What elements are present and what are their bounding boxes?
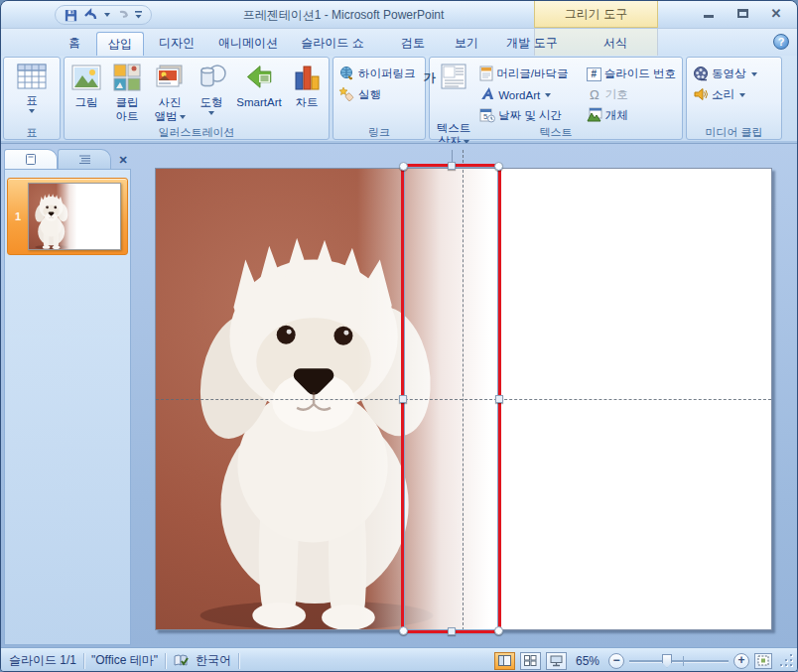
zoom-in-button[interactable]: +: [733, 653, 749, 669]
divider: [83, 653, 84, 669]
tab-review[interactable]: 검토: [388, 32, 438, 56]
slide-thumbnail[interactable]: [28, 183, 121, 250]
language-indicator[interactable]: 한국어: [196, 652, 231, 669]
slides-tab[interactable]: [4, 149, 58, 169]
resize-handle-topright[interactable]: [494, 162, 503, 171]
resize-grip[interactable]: [780, 654, 793, 667]
dropdown-arrow-icon: [545, 93, 551, 97]
dropdown-arrow-icon: [751, 72, 757, 76]
object-button[interactable]: 개체: [583, 105, 680, 126]
outline-tab-icon: [78, 154, 91, 165]
shapes-button[interactable]: 도형: [192, 60, 231, 125]
quick-access-toolbar: [55, 5, 152, 25]
fit-to-window-button[interactable]: [754, 653, 772, 669]
sound-icon: [693, 86, 709, 104]
zoom-level[interactable]: 65%: [576, 654, 599, 668]
wordart-icon: [479, 86, 495, 103]
resize-handle-bottomleft[interactable]: [399, 626, 408, 635]
photo-album-icon: [154, 63, 186, 94]
textbox-icon: [440, 63, 467, 92]
title-bar: 프레젠테이션1 - Microsoft PowerPoint 그리기 도구 ✕: [1, 1, 797, 29]
slide-sorter-view-button[interactable]: [520, 652, 541, 670]
group-illustrations: 그림 클립 아트 사진 앨범 도형: [64, 57, 330, 140]
hyperlink-icon: [339, 66, 355, 83]
photo-album-button[interactable]: 사진 앨범: [148, 60, 192, 125]
chart-button[interactable]: 차트: [287, 60, 327, 125]
maximize-button[interactable]: [732, 5, 753, 21]
divider: [165, 653, 166, 669]
wordart-button[interactable]: WordArt: [475, 84, 583, 105]
clipart-button[interactable]: 클립 아트: [106, 60, 148, 125]
spellcheck-icon[interactable]: [173, 653, 190, 668]
zoom-slider-thumb[interactable]: [662, 654, 672, 668]
dropdown-arrow-icon: [208, 111, 214, 115]
slides-tab-icon: [25, 153, 37, 166]
contextual-tool-header: 그리기 도구: [534, 1, 658, 28]
tab-slideshow[interactable]: 슬라이드 쇼: [291, 32, 374, 56]
smartart-icon: [242, 63, 276, 94]
resize-handle-topleft[interactable]: [399, 162, 408, 171]
tab-animations[interactable]: 애니메이션: [209, 32, 287, 56]
undo-icon[interactable]: [82, 8, 98, 22]
movie-icon: [693, 66, 709, 83]
slide-sorter-icon: [524, 655, 537, 666]
date-time-button[interactable]: 5 날짜 및 시간: [475, 105, 583, 126]
close-icon: ✕: [118, 154, 127, 166]
tab-design[interactable]: 디자인: [148, 32, 205, 56]
workspace: ✕ 1: [1, 143, 797, 647]
movie-button[interactable]: 동영상: [689, 64, 761, 84]
help-button[interactable]: ?: [773, 34, 789, 50]
tab-home[interactable]: 홈: [53, 32, 96, 56]
selected-textbox[interactable]: [401, 164, 501, 633]
close-icon: ✕: [771, 7, 782, 20]
resize-handle-top[interactable]: [448, 162, 456, 170]
selection-outline: [404, 167, 498, 630]
group-label-table: 표: [4, 125, 60, 138]
panel-close-button[interactable]: ✕: [115, 153, 131, 169]
header-footer-button[interactable]: 머리글/바닥글: [475, 64, 583, 84]
zoom-slider[interactable]: [629, 653, 729, 669]
minimize-button[interactable]: [698, 5, 720, 21]
sound-button[interactable]: 소리: [689, 84, 761, 105]
plus-icon: +: [737, 653, 744, 667]
picture-icon: [70, 63, 102, 94]
smartart-button[interactable]: SmartArt: [231, 60, 287, 125]
powerpoint-window: 프레젠테이션1 - Microsoft PowerPoint 그리기 도구 ✕ …: [0, 0, 798, 672]
textbox-button[interactable]: 가 텍스트 상자: [432, 60, 475, 125]
resize-handle-right[interactable]: [495, 395, 503, 403]
slide-indicator: 슬라이드 1/1: [5, 652, 76, 669]
resize-handle-bottomright[interactable]: [494, 626, 503, 635]
tab-view[interactable]: 보기: [442, 32, 491, 56]
minus-icon: −: [612, 653, 619, 667]
resize-handle-left[interactable]: [399, 395, 407, 403]
save-icon[interactable]: [64, 8, 78, 23]
hyperlink-button[interactable]: 하이퍼링크: [335, 64, 420, 84]
normal-view-icon: [498, 655, 511, 666]
tab-format[interactable]: 서식: [583, 32, 648, 56]
slides-panel-body: 1: [4, 169, 131, 645]
undo-dropdown-icon[interactable]: [104, 13, 110, 17]
divider: [238, 653, 239, 669]
tab-insert[interactable]: 삽입: [96, 32, 144, 56]
group-media: 동영상 소리 미디어 클립: [686, 57, 782, 140]
group-links: 하이퍼링크 실행 링크: [332, 57, 426, 140]
zoom-out-button[interactable]: −: [608, 653, 624, 669]
ribbon-tab-row: 홈 삽입 디자인 애니메이션 슬라이드 쇼 검토 보기 개발 도구 서식: [1, 29, 797, 56]
tab-developer[interactable]: 개발 도구: [495, 32, 569, 56]
group-label-illustrations: 일러스트레이션: [65, 125, 329, 138]
slideshow-view-button[interactable]: [546, 652, 567, 670]
slide-thumbnail-row[interactable]: 1: [7, 178, 128, 255]
table-button[interactable]: 표: [6, 60, 58, 125]
resize-handle-bottom[interactable]: [448, 627, 456, 635]
qat-customize-icon[interactable]: [134, 9, 143, 21]
group-label-links: 링크: [333, 125, 425, 138]
normal-view-button[interactable]: [494, 652, 515, 670]
close-button[interactable]: ✕: [765, 5, 787, 21]
header-footer-icon: [479, 66, 493, 83]
theme-name[interactable]: "Office 테마": [91, 652, 158, 669]
picture-button[interactable]: 그림: [66, 60, 106, 125]
zoom-slider-center-tick: [683, 656, 684, 666]
outline-tab[interactable]: [58, 149, 111, 169]
action-button[interactable]: 실행: [335, 84, 420, 105]
slide-number-button[interactable]: # 슬라이드 번호: [583, 64, 680, 84]
